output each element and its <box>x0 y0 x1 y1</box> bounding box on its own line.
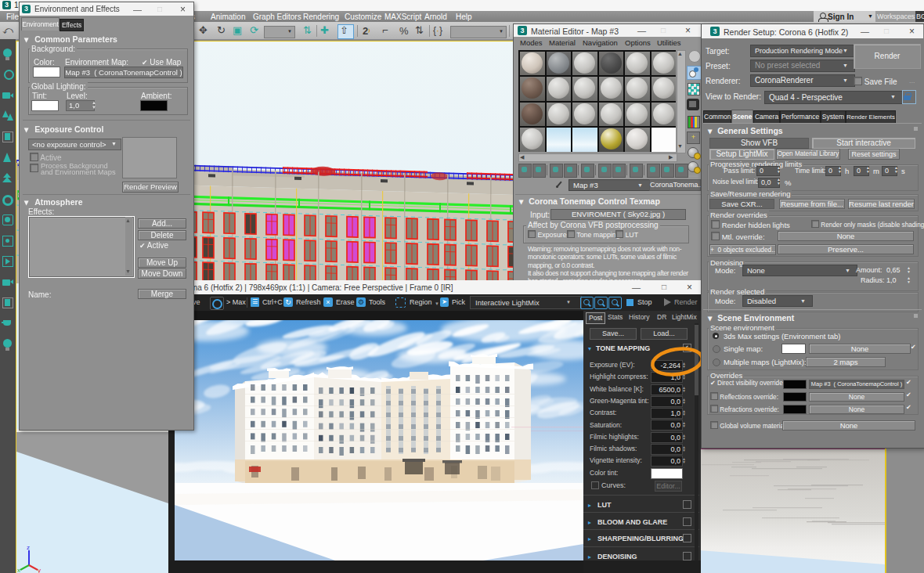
svg-text:z: z <box>27 544 30 551</box>
svg-text:y: y <box>38 567 41 573</box>
svg-text:x: x <box>17 567 20 573</box>
